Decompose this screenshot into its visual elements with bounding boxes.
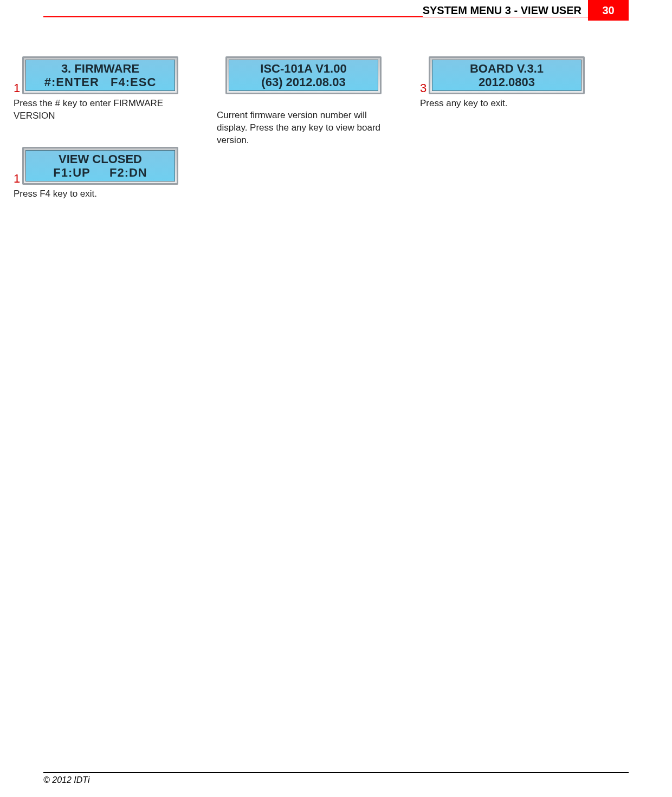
column-3: 3 BOARD V.3.1 2012.0803 Press any key to… xyxy=(420,56,588,110)
step-caption: Press any key to exit. xyxy=(420,98,588,110)
lcd-line-1: VIEW CLOSED xyxy=(59,152,142,166)
lcd-line-2: (63) 2012.08.03 xyxy=(261,75,345,89)
page-number: 30 xyxy=(602,4,614,17)
lcd-screen: ISC-101A V1.00 (63) 2012.08.03 xyxy=(225,56,382,94)
footer: © 2012 IDTi xyxy=(43,772,629,785)
page-number-box: 30 xyxy=(588,0,629,21)
step-firmware-version: ISC-101A V1.00 (63) 2012.08.03 Current f… xyxy=(217,56,385,147)
step-view-closed: 1 VIEW CLOSED F1:UP F2:DN Press F4 key t… xyxy=(14,147,182,200)
lcd-line-2: #:ENTER F4:ESC xyxy=(44,75,157,89)
lcd-line-1: ISC-101A V1.00 xyxy=(260,62,346,75)
column-2: ISC-101A V1.00 (63) 2012.08.03 Current f… xyxy=(217,56,385,147)
lcd-inner: 3. FIRMWARE #:ENTER F4:ESC xyxy=(25,60,175,91)
lcd-line-1: 3. FIRMWARE xyxy=(61,62,139,75)
lcd-screen: 3. FIRMWARE #:ENTER F4:ESC xyxy=(22,56,178,94)
lcd-inner: BOARD V.3.1 2012.0803 xyxy=(432,60,581,91)
content-area: 1 3. FIRMWARE #:ENTER F4:ESC Press the #… xyxy=(14,56,629,200)
step-number: 1 xyxy=(14,173,21,185)
lcd-line-1: BOARD V.3.1 xyxy=(470,62,544,75)
step-number: 1 xyxy=(14,82,21,94)
lcd-screen: BOARD V.3.1 2012.0803 xyxy=(429,56,585,94)
copyright-text: © 2012 IDTi xyxy=(43,775,89,785)
step-board-version: 3 BOARD V.3.1 2012.0803 Press any key to… xyxy=(420,56,588,110)
step-firmware-menu: 1 3. FIRMWARE #:ENTER F4:ESC Press the #… xyxy=(14,56,182,122)
lcd-line-2: 2012.0803 xyxy=(479,75,535,89)
lcd-line-2: F1:UP F2:DN xyxy=(53,166,147,179)
step-caption: Press F4 key to exit. xyxy=(14,188,182,200)
step-number: 3 xyxy=(420,82,428,94)
column-1: 1 3. FIRMWARE #:ENTER F4:ESC Press the #… xyxy=(14,56,182,200)
step-caption: Press the # key to enter FIRMWARE VERSIO… xyxy=(14,98,182,122)
lcd-screen: VIEW CLOSED F1:UP F2:DN xyxy=(22,147,178,185)
page-title: SYSTEM MENU 3 - VIEW USER xyxy=(423,4,588,17)
lcd-inner: ISC-101A V1.00 (63) 2012.08.03 xyxy=(229,60,378,91)
page-header: SYSTEM MENU 3 - VIEW USER 30 xyxy=(0,0,672,21)
lcd-inner: VIEW CLOSED F1:UP F2:DN xyxy=(25,150,175,182)
step-caption: Current firmware version number will dis… xyxy=(217,109,385,147)
